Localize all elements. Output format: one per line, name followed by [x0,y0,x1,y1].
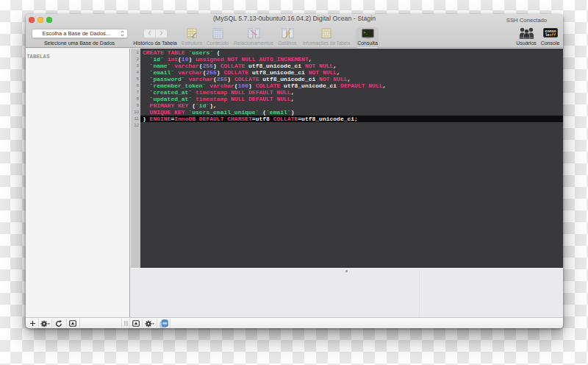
svg-text:>_: >_ [363,30,368,35]
